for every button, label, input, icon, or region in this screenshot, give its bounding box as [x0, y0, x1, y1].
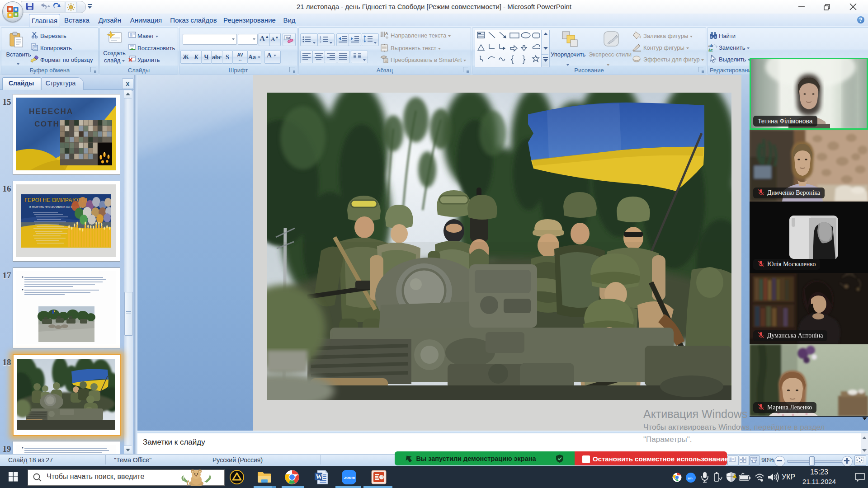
- svg-text:3: 3: [320, 40, 321, 43]
- svg-text:A: A: [385, 31, 388, 36]
- svg-text:zoom: zoom: [344, 475, 355, 480]
- svg-text:НЕБЕСНА: НЕБЕСНА: [29, 107, 73, 116]
- svg-text:zm: zm: [688, 476, 693, 480]
- svg-text:!: !: [734, 475, 735, 478]
- svg-text:W: W: [316, 474, 322, 480]
- svg-text:Aa: Aa: [286, 36, 290, 40]
- svg-text:ab: ab: [708, 43, 713, 48]
